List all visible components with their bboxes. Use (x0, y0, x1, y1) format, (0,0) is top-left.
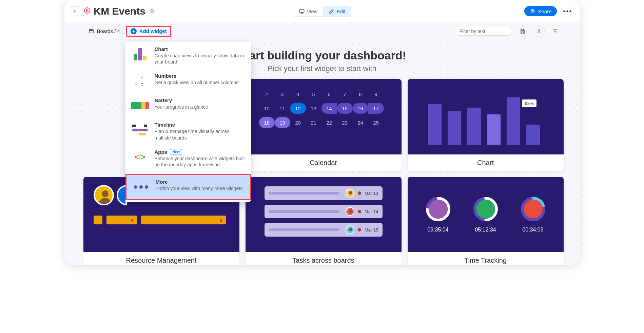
time-tracking-card[interactable]: 09:35:04 05:12:34 (408, 177, 564, 265)
numbers-icon: −÷+= (131, 73, 149, 89)
cal-cell: 4 (290, 89, 306, 99)
chart-icon (131, 46, 149, 62)
svg-rect-4 (89, 29, 93, 33)
cal-cell-selected: 12 (290, 103, 306, 114)
chart-card[interactable]: 68% Chart (408, 79, 564, 171)
avatar (346, 225, 354, 234)
dropdown-desc: Plan & manage time visually across multi… (155, 128, 246, 141)
cal-cell-range: 15 (337, 103, 353, 114)
dropdown-desc: Enrich your view with many more widgets (156, 185, 243, 191)
cal-cell-range: 19 (275, 117, 290, 128)
dropdown-title: Numbers (155, 73, 238, 79)
calendar-card[interactable]: 2 3 4 5 6 7 8 9 10 11 12 13 14 (246, 79, 402, 171)
dropdown-item-numbers[interactable]: −÷+= Numbers Get a quick view on all num… (125, 69, 251, 93)
time-value: 00:34:09 (522, 227, 543, 233)
cal-cell-range: 16 (353, 103, 368, 114)
resource-bar: 4 (106, 216, 137, 224)
avatar (346, 207, 354, 216)
tasks-card[interactable]: Mar 13 Mar 14 Mar 15 Tasks (246, 177, 402, 265)
lock-icon (83, 7, 91, 16)
card-label: Calendar (246, 154, 402, 171)
cal-cell: 21 (306, 117, 321, 128)
dropdown-desc: Your progress in a glance (155, 104, 208, 110)
status-dot-icon (358, 228, 361, 232)
boards-count[interactable]: Boards / 4 (88, 28, 120, 34)
chart-tooltip: 68% (522, 99, 536, 107)
cal-cell-range: 18 (259, 117, 275, 128)
save-icon[interactable] (517, 25, 528, 37)
time-value: 05:12:34 (475, 227, 496, 233)
share-button[interactable]: Share (524, 6, 557, 16)
add-widget-dropdown: Chart Create chart views to visually sho… (125, 42, 251, 202)
dropdown-item-timeline[interactable]: Timeline Plan & manage time visually acr… (125, 118, 251, 145)
battery-icon (131, 97, 149, 114)
dropdown-desc: Enhance your dashboard with widgets buil… (155, 155, 246, 168)
time-value: 09:35:04 (427, 227, 448, 233)
cal-cell-range: 17 (368, 103, 384, 114)
edit-label: Edit (337, 8, 346, 14)
toolbar: Boards / 4 + Add widget (64, 22, 580, 40)
cal-cell: 6 (321, 89, 337, 99)
page-title: KM Events (94, 5, 145, 17)
cal-cell: 9 (368, 89, 384, 99)
avatar (346, 189, 354, 198)
dropdown-item-chart[interactable]: Chart Create chart views to visually sho… (125, 42, 251, 69)
task-row: Mar 14 (265, 205, 383, 218)
dropdown-desc: Create chart views to visually show data… (155, 53, 246, 65)
dropdown-item-battery[interactable]: Battery Your progress in a glance (125, 93, 251, 118)
task-date: Mar 15 (365, 227, 378, 233)
star-icon[interactable] (148, 7, 156, 16)
filter-input[interactable] (454, 27, 512, 36)
dropdown-desc: Get a quick view on all number columns (155, 79, 238, 86)
dropdown-title: Timeline (155, 122, 246, 128)
cal-cell: 23 (337, 117, 353, 128)
svg-point-7 (99, 198, 111, 205)
more-icon (132, 179, 150, 195)
card-label: Time Tracking (408, 252, 564, 265)
cal-cell: 2 (259, 89, 275, 99)
svg-rect-2 (299, 10, 304, 13)
bar-icon (94, 216, 102, 224)
cal-cell-range: 14 (321, 103, 337, 114)
resource-bar: 8 (141, 216, 226, 224)
dropdown-title: More (156, 179, 243, 185)
avatar (476, 200, 495, 219)
dropdown-item-more[interactable]: More Enrich your view with many more wid… (125, 174, 251, 200)
more-menu-button[interactable]: ••• (561, 7, 574, 15)
cal-cell: 20 (290, 117, 306, 128)
filter-icon[interactable] (549, 25, 561, 37)
svg-rect-1 (86, 10, 88, 12)
avatar (94, 185, 114, 205)
person-icon[interactable] (533, 25, 545, 37)
add-widget-button[interactable]: + Add widget (126, 26, 171, 37)
avatar (524, 200, 543, 219)
boards-count-label: Boards / 4 (97, 28, 120, 34)
cal-cell: 7 (337, 89, 353, 99)
view-edit-toggle: View Edit (293, 6, 351, 17)
card-label: Resource Management (83, 252, 239, 265)
svg-point-5 (538, 30, 540, 31)
dropdown-item-apps[interactable]: </> AppsNew Enhance your dashboard with … (125, 145, 251, 172)
svg-point-11 (349, 209, 352, 213)
status-dot-icon (358, 210, 361, 213)
expand-button[interactable] (70, 6, 79, 16)
avatar (429, 200, 448, 219)
view-button[interactable]: View (293, 6, 323, 16)
view-label: View (307, 8, 317, 14)
svg-point-6 (102, 190, 109, 197)
add-widget-label: Add widget (139, 28, 167, 34)
status-dot-icon (358, 191, 361, 195)
cal-cell: 25 (368, 117, 384, 128)
cal-cell: 8 (353, 89, 368, 99)
progress-ring (520, 196, 546, 222)
task-row: Mar 13 (265, 186, 383, 200)
edit-button[interactable]: Edit (323, 6, 351, 16)
card-label: Tasks across boards (246, 252, 402, 265)
svg-point-13 (349, 228, 352, 231)
task-date: Mar 14 (365, 209, 378, 214)
cal-cell: 3 (275, 89, 290, 99)
card-label: Chart (408, 154, 564, 171)
dropdown-title: AppsNew (155, 149, 246, 155)
timeline-icon (131, 122, 149, 138)
cal-cell: 5 (306, 89, 321, 99)
